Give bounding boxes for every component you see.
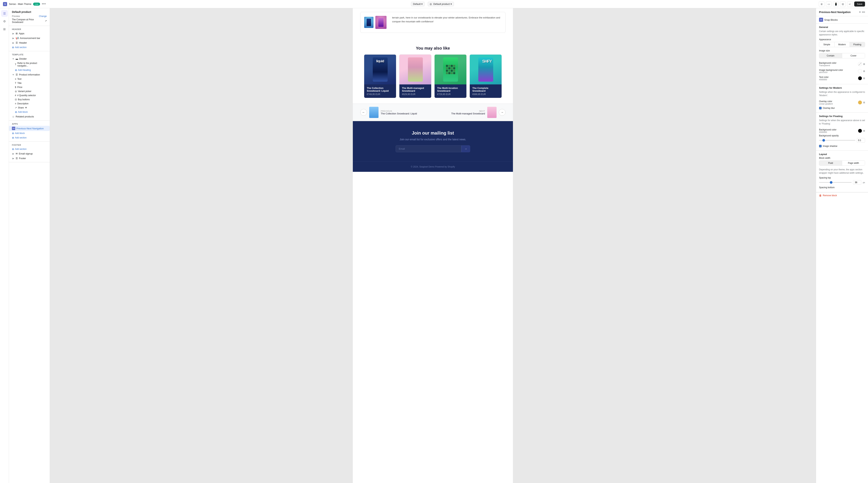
overlay-swatch[interactable] [858,101,862,105]
footer-expand-icon: ▶ [12,157,14,160]
overlay-blur-checkbox[interactable]: ✓ [819,107,822,109]
email-signup-icon: ✉ [16,152,18,155]
default-dropdown[interactable]: Default ▾ [411,2,425,6]
sidebar-item-apps[interactable]: ▶ ⊞ Apps [9,31,50,36]
bg-opacity-value[interactable] [857,138,865,143]
collapse-icon: ▼ [12,58,14,60]
bg-opacity-slider[interactable] [819,140,855,141]
save-button[interactable]: Save [854,1,865,6]
sidebar-sub-variant[interactable]: ◎ Variant picker [9,89,50,93]
page-width-btn[interactable]: Page width [842,161,865,166]
email-submit-button[interactable]: → [461,145,470,152]
grid-view-button[interactable]: ⊞ [840,1,846,7]
overlay-grid-icon[interactable]: ⊞ [863,101,865,104]
product-card-3[interactable]: SHFY The Complete Snowboard €699,95 EUR [470,54,502,98]
remove-block-button[interactable]: 🗑 Remove block [816,192,868,198]
apps-icon[interactable]: ⊞ [1,26,8,32]
contain-btn[interactable]: Contain [819,53,842,58]
sidebar-item-header[interactable]: ▶ ☰ Header [9,40,50,45]
sidebar-item-email-signup[interactable]: ▶ ✉ Email signup [9,151,50,156]
cover-btn[interactable]: Cover [842,53,865,58]
rp-menu-icon[interactable]: ≡ [859,10,861,14]
plus-icon2: ⊕ [15,68,17,72]
share-eye-icon[interactable]: 👁 [25,106,27,109]
sidebar-sub-title[interactable]: T Title [9,81,50,85]
img-bg-grid-icon[interactable]: ⊞ [863,70,865,73]
product-card-0[interactable]: liquid The Collection Snowboard: Liquid … [364,54,396,98]
product-card-2[interactable]: The Multi-location Snowboard €729,95 EUR [434,54,467,98]
float-bg-grid-icon[interactable]: ⊞ [863,130,865,132]
sidebar-item-prev-next[interactable]: SB Previous-Next Navigation [9,126,50,131]
apps-label: Apps [19,32,24,35]
desktop-view-button[interactable]: 🖥 [819,1,825,7]
modern-section-desc: Settings when the appearance is configur… [819,90,865,97]
sidebar-sub-share[interactable]: ↗ Share 👁 [9,106,50,110]
appearance-modern-btn[interactable]: Modern [834,42,849,47]
tablet-view-button[interactable]: ▭ [826,1,832,7]
topbar-right: 🖥 ▭ 📱 ⊞ ↩ Save [819,1,865,7]
overlay-color-info: Overlay color Linear gradient [819,100,833,105]
title-sub-icon: T [15,82,16,84]
sidebar-sub-text[interactable]: ≡ Text [9,77,50,81]
layout-title: Layout [819,153,865,155]
spacing-top-value[interactable] [853,180,861,184]
rp-more-icon[interactable]: ••• [862,10,865,14]
email-expand-icon: ▶ [12,152,14,155]
appearance-btn-group: Simple Modern Floating [819,42,865,47]
footer-add-section-button[interactable]: ⊕ Add section [9,147,50,151]
prev-arrow-button[interactable]: ← [360,109,367,116]
img-bg-swatch[interactable] [858,69,862,73]
email-input[interactable] [396,145,461,152]
image-shadow-checkbox[interactable]: ✓ [819,145,822,147]
sidebar-sub-divider-refer[interactable]: T Refer to the product navigatio... [9,61,50,68]
sidebar-sub-description[interactable]: ≡ Description [9,102,50,106]
mailing-title: Join our mailing list [360,131,505,136]
undo-button[interactable]: ↩ [847,1,853,7]
related-label: Related products [16,115,34,118]
sidebar-item-announcement[interactable]: ▶ 📢 Announcement bar [9,36,50,40]
sections-icon[interactable]: ☰ [1,10,8,17]
bg-color-swatch[interactable] [858,62,862,66]
add-block-button[interactable]: ⊕ Add block [9,110,50,114]
nav-next: NEXT The Multi-managed Snowboard → [433,107,505,118]
sidebar-sub-buy[interactable]: ⊡ Buy buttons [9,97,50,102]
sidebar-sub-price[interactable]: $ Price [9,85,50,89]
default-dropdown-label: Default [413,3,421,5]
add-section-button[interactable]: ⊕ Add section [9,45,50,50]
fluid-btn[interactable]: Fluid [819,161,842,166]
sidebar-sub-quantity[interactable]: # # Quantity selector [9,93,50,97]
spacing-top-slider[interactable] [819,182,851,183]
appearance-floating-btn[interactable]: Floating [849,42,865,47]
expand-icon3: ▶ [12,41,14,44]
add-section-label: Add section [15,46,27,49]
external-link-icon[interactable]: ↗ [45,20,47,22]
text-color-swatch[interactable] [858,76,862,80]
product-card-1[interactable]: The Multi-managed Snowboard €629,95 EUR [399,54,431,98]
more-options-button[interactable]: ••• [42,2,46,6]
product-dropdown[interactable]: ◎ Default product ▾ [428,2,454,6]
product-thumb-1 [364,17,373,28]
snowboard-1 [408,57,423,82]
apps-nav-section-label: Apps [9,122,50,126]
add-section2-button[interactable]: ⊕ Add section [9,136,50,140]
sidebar-item-related[interactable]: ◎ Related products [9,114,50,119]
appearance-simple-btn[interactable]: Simple [819,42,834,47]
collapse-icon2: ▼ [12,74,14,76]
text-color-grid-icon[interactable]: ⊞ [863,77,865,80]
prev-product-img [369,107,378,118]
sidebar-item-product-info[interactable]: ▼ ☰ Product information [9,72,50,77]
sidebar-item-footer[interactable]: ▶ ☰ Footer [9,156,50,161]
float-bg-swatch[interactable] [858,129,862,133]
change-preview-link[interactable]: Change [39,15,47,18]
product-images [364,16,386,29]
sidebar-item-divider[interactable]: ▼ ▬ Divider [9,56,50,61]
settings-icon[interactable]: ⚙ [1,18,8,25]
footer-sidebar-label: Footer [9,143,50,147]
float-bg-color-row: Background color #000000 ⊞ [819,127,865,134]
text-color-row: Text color #000000 ⊞ [819,75,865,82]
add-heading-button[interactable]: ⊕ Add Heading [9,68,50,72]
next-arrow-button[interactable]: → [499,109,505,116]
add-block2-button[interactable]: ⊕ Add block [9,131,50,136]
mobile-view-button[interactable]: 📱 [833,1,839,7]
bg-color-grid-icon[interactable]: ⊞ [863,63,865,65]
